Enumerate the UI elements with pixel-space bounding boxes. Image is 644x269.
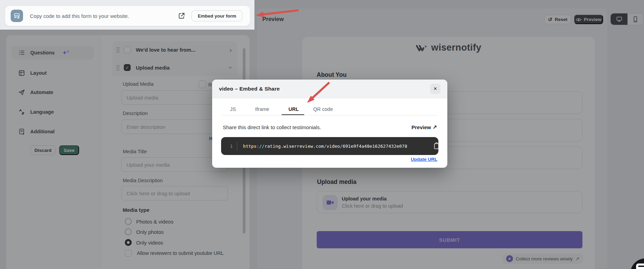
tab-url[interactable]: URL	[288, 106, 299, 112]
arrow-up-right-icon: ↗	[433, 124, 437, 130]
code-divider	[237, 142, 237, 151]
copy-icon[interactable]	[433, 142, 440, 150]
tab-qr-code[interactable]: QR code	[313, 106, 333, 112]
update-url-link[interactable]: Update URL	[411, 157, 437, 162]
share-instruction: Share this direct link to collect testim…	[223, 124, 321, 130]
line-number: 1	[230, 144, 233, 149]
tab-iframe[interactable]: Iframe	[255, 106, 269, 112]
modal-preview-link[interactable]: Preview ↗	[412, 124, 437, 130]
tab-js[interactable]: JS	[230, 106, 236, 112]
banner-text: Copy code to add this form to your websi…	[30, 13, 129, 19]
chat-widget-icon	[636, 263, 644, 269]
close-icon[interactable]: ✕	[430, 84, 440, 94]
tabs-divider	[221, 115, 437, 115]
modal-title: video – Embed & Share	[219, 86, 280, 92]
modal-backdrop	[254, 0, 644, 30]
app-screen: Copy code to add this form to your websi…	[0, 0, 644, 269]
embed-share-modal: video – Embed & Share ✕ JS Iframe URL QR…	[212, 80, 447, 168]
form-embed-icon	[11, 10, 23, 22]
modal-header: video – Embed & Share ✕	[212, 80, 447, 98]
embed-banner: Copy code to add this form to your websi…	[5, 6, 250, 26]
url-code-block: 1 https://rating.wiserreview.com/video/6…	[221, 137, 438, 155]
embed-your-form-button[interactable]: Embed your form	[192, 10, 242, 21]
share-url: https://rating.wiserreview.com/video/691…	[243, 144, 407, 149]
external-link-icon[interactable]	[178, 12, 185, 20]
